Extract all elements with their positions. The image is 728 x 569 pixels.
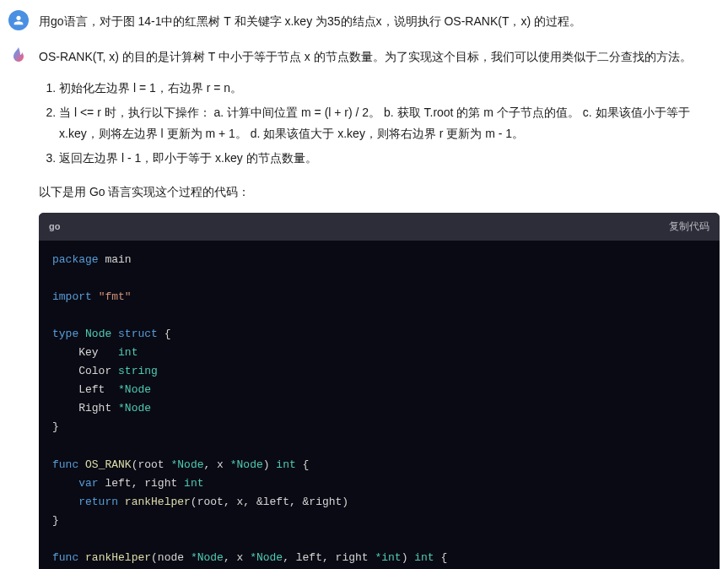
user-message-row: 用go语言，对于图 14-1中的红黑树 T 和关键字 x.key 为35的结点x… (0, 10, 728, 32)
list-item: 返回左边界 l - 1，即小于等于 x.key 的节点数量。 (59, 148, 720, 169)
copy-code-button[interactable]: 复制代码 (669, 218, 709, 235)
list-item: 当 l <= r 时，执行以下操作： a. 计算中间位置 m = (l + r)… (59, 102, 720, 144)
code-block: go 复制代码 package main import "fmt" type N… (39, 213, 720, 569)
flame-icon (8, 46, 29, 66)
code-body[interactable]: package main import "fmt" type Node stru… (39, 241, 720, 569)
bot-avatar (8, 46, 29, 66)
user-icon (12, 14, 25, 27)
list-item: 初始化左边界 l = 1，右边界 r = n。 (59, 78, 720, 99)
bot-message-content: OS-RANK(T, x) 的目的是计算树 T 中小于等于节点 x 的节点数量。… (39, 46, 728, 569)
bot-message-row: OS-RANK(T, x) 的目的是计算树 T 中小于等于节点 x 的节点数量。… (0, 46, 728, 569)
user-message-text: 用go语言，对于图 14-1中的红黑树 T 和关键字 x.key 为35的结点x… (39, 10, 728, 32)
bot-outro-text: 以下是用 Go 语言实现这个过程的代码： (39, 182, 720, 203)
bot-intro-text: OS-RANK(T, x) 的目的是计算树 T 中小于等于节点 x 的节点数量。… (39, 47, 720, 68)
user-avatar (8, 10, 29, 30)
code-header: go 复制代码 (39, 213, 720, 240)
bot-steps-list: 初始化左边界 l = 1，右边界 r = n。 当 l <= r 时，执行以下操… (39, 78, 720, 170)
code-language-label: go (49, 219, 60, 235)
